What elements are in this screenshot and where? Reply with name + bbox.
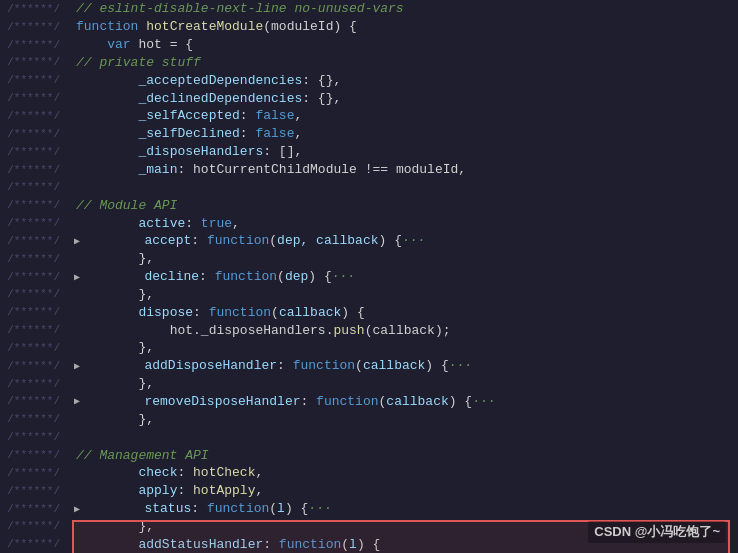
code-text: // Module API [76, 198, 177, 213]
code-text: _disposeHandlers: [], [76, 144, 302, 159]
code-text: var hot = { [76, 37, 193, 52]
gutter-line: /******/ [7, 500, 60, 518]
code-text: }, [76, 287, 154, 302]
code-text: active: true, [76, 216, 240, 231]
code-line: ▶ removeDisposeHandler: function(callbac… [74, 393, 738, 411]
gutter-line: /******/ [7, 125, 60, 143]
code-text: decline: function(dep) {··· [82, 269, 355, 284]
code-line: _selfDeclined: false, [74, 125, 738, 143]
code-text: _selfAccepted: false, [76, 108, 302, 123]
gutter-line: /******/ [7, 54, 60, 72]
code-text: // private stuff [76, 55, 201, 70]
code-line: _disposeHandlers: [], [74, 143, 738, 161]
code-line: // Module API [74, 196, 738, 214]
gutter-line: /******/ [7, 482, 60, 500]
code-line: // eslint-disable-next-line no-unused-va… [74, 0, 738, 18]
gutter-line: /******/ [7, 214, 60, 232]
gutter-line: /******/ [7, 410, 60, 428]
gutter-line: /******/ [7, 375, 60, 393]
gutter-line: /******/ [7, 250, 60, 268]
code-line: }, [74, 339, 738, 357]
code-line: }, [74, 375, 738, 393]
code-line: }, [74, 410, 738, 428]
code-line: apply: hotApply, [74, 482, 738, 500]
code-line: ▶ accept: function(dep, callback) {··· [74, 232, 738, 250]
code-line: hot._disposeHandlers.push(callback); [74, 321, 738, 339]
gutter-line: /******/ [7, 196, 60, 214]
gutter-line: /******/ [7, 232, 60, 250]
gutter-line: /******/ [7, 286, 60, 304]
code-editor: /******//******//******//******//******/… [0, 0, 738, 553]
gutter-line: /******/ [7, 357, 60, 375]
gutter-line: /******/ [7, 428, 60, 446]
code-line: active: true, [74, 214, 738, 232]
code-line: _selfAccepted: false, [74, 107, 738, 125]
gutter-line: /******/ [7, 143, 60, 161]
code-text: }, [76, 412, 154, 427]
code-line: ▶ status: function(l) {··· [74, 500, 738, 518]
code-line: dispose: function(callback) { [74, 303, 738, 321]
line-gutter: /******//******//******//******//******/… [0, 0, 70, 553]
code-line: ▶ decline: function(dep) {··· [74, 268, 738, 286]
code-line: }, [74, 250, 738, 268]
code-text: }, [76, 519, 154, 534]
code-text: accept: function(dep, callback) {··· [82, 233, 425, 248]
code-content: /******//******//******//******//******/… [0, 0, 738, 553]
code-text: removeDisposeHandler: function(callback)… [82, 394, 496, 409]
gutter-line: /******/ [7, 339, 60, 357]
code-text: }, [76, 376, 154, 391]
code-text: addDisposeHandler: function(callback) {·… [82, 358, 472, 373]
fold-arrow[interactable]: ▶ [74, 235, 80, 247]
code-line: ▶ addDisposeHandler: function(callback) … [74, 357, 738, 375]
gutter-line: /******/ [7, 161, 60, 179]
gutter-line: /******/ [7, 0, 60, 18]
gutter-line: /******/ [7, 107, 60, 125]
gutter-line: /******/ [7, 446, 60, 464]
gutter-line: /******/ [7, 303, 60, 321]
code-line: // Management API [74, 446, 738, 464]
fold-arrow[interactable]: ▶ [74, 271, 80, 283]
code-line: var hot = { [74, 36, 738, 54]
code-text: check: hotCheck, [76, 465, 263, 480]
gutter-line: /******/ [7, 393, 60, 411]
code-text: }, [76, 340, 154, 355]
gutter-line: /******/ [7, 178, 60, 196]
code-line [74, 428, 738, 446]
gutter-line: /******/ [7, 18, 60, 36]
gutter-line: /******/ [7, 89, 60, 107]
gutter-line: /******/ [7, 535, 60, 553]
code-line: _main: hotCurrentChildModule !== moduleI… [74, 161, 738, 179]
code-text: _declinedDependencies: {}, [76, 91, 341, 106]
code-line: function hotCreateModule(moduleId) { [74, 18, 738, 36]
code-text: function hotCreateModule(moduleId) { [76, 19, 357, 34]
gutter-line: /******/ [7, 464, 60, 482]
code-text: addStatusHandler: function(l) { [76, 537, 380, 552]
code-text: }, [76, 251, 154, 266]
code-lines: // eslint-disable-next-line no-unused-va… [70, 0, 738, 553]
code-line: _declinedDependencies: {}, [74, 89, 738, 107]
gutter-line: /******/ [7, 71, 60, 89]
code-text: _selfDeclined: false, [76, 126, 302, 141]
code-text: status: function(l) {··· [82, 501, 332, 516]
fold-arrow[interactable]: ▶ [74, 360, 80, 372]
gutter-line: /******/ [7, 321, 60, 339]
code-line: // private stuff [74, 54, 738, 72]
code-text: dispose: function(callback) { [76, 305, 365, 320]
gutter-line: /******/ [7, 268, 60, 286]
gutter-line: /******/ [7, 517, 60, 535]
code-text: _acceptedDependencies: {}, [76, 73, 341, 88]
code-text: apply: hotApply, [76, 483, 263, 498]
code-line: }, [74, 286, 738, 304]
watermark: CSDN @小冯吃饱了~ [588, 521, 726, 543]
gutter-line: /******/ [7, 36, 60, 54]
code-text: // eslint-disable-next-line no-unused-va… [76, 1, 404, 16]
fold-arrow[interactable]: ▶ [74, 395, 80, 407]
code-line: _acceptedDependencies: {}, [74, 71, 738, 89]
code-text: hot._disposeHandlers.push(callback); [76, 323, 451, 338]
code-line: check: hotCheck, [74, 464, 738, 482]
code-text: // Management API [76, 448, 209, 463]
code-text: _main: hotCurrentChildModule !== moduleI… [76, 162, 466, 177]
code-line [74, 178, 738, 196]
fold-arrow[interactable]: ▶ [74, 503, 80, 515]
